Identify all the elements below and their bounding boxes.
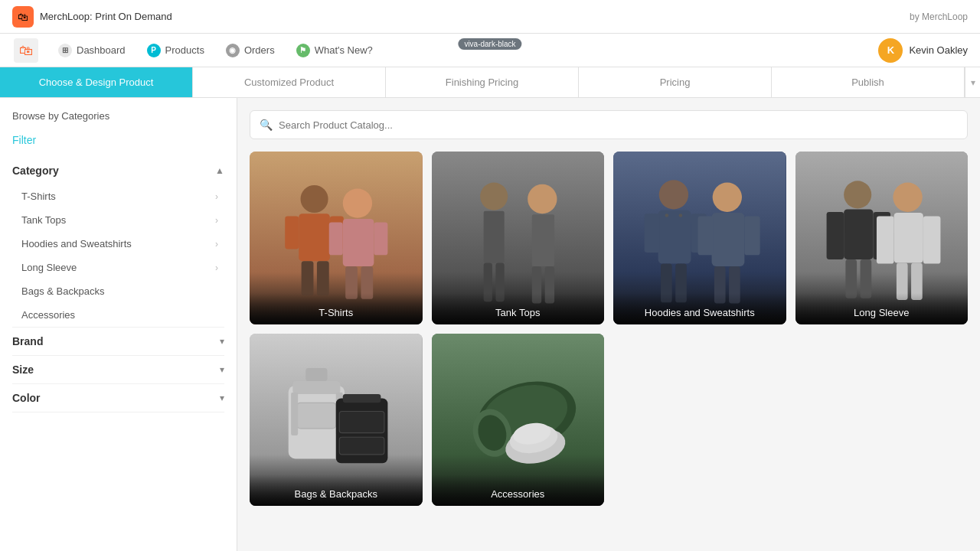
card-label-bags: Bags & Backpacks bbox=[250, 474, 423, 506]
svg-rect-5 bbox=[299, 214, 330, 261]
card-label-tank-tops: Tank Tops bbox=[432, 293, 605, 324]
product-card-accessories[interactable]: Accessories bbox=[432, 334, 605, 507]
svg-rect-58 bbox=[291, 392, 298, 435]
svg-rect-61 bbox=[343, 393, 381, 402]
filter-item-hoodies[interactable]: Hoodies and Sweatshirts › bbox=[12, 232, 224, 256]
app-branding: 🛍 MerchLoop: Print On Demand bbox=[12, 6, 172, 28]
step-customized-product[interactable]: Customized Product bbox=[193, 67, 386, 97]
app-byline: by MerchLoop bbox=[910, 11, 968, 22]
nav-item-orders[interactable]: ◉ Orders bbox=[217, 39, 284, 62]
product-card-long-sleeve[interactable]: Long Sleeve bbox=[795, 152, 969, 324]
step-publish[interactable]: Publish bbox=[772, 67, 965, 97]
product-card-t-shirts[interactable]: T-Shirts bbox=[250, 152, 423, 324]
filter-label: Filter bbox=[12, 134, 224, 146]
search-input[interactable] bbox=[279, 119, 958, 131]
products-icon: P bbox=[147, 44, 161, 57]
nav-right: K Kevin Oakley bbox=[878, 38, 968, 63]
svg-point-33 bbox=[679, 214, 683, 217]
filter-section-category: Category ▲ T-Shirts › Tank Tops › Hoodie… bbox=[12, 157, 224, 328]
product-card-tank-tops[interactable]: Tank Tops bbox=[432, 152, 605, 324]
svg-point-34 bbox=[713, 183, 742, 212]
svg-point-41 bbox=[844, 181, 871, 208]
filter-item-long-sleeve[interactable]: Long Sleeve › bbox=[12, 256, 224, 279]
size-chevron: ▾ bbox=[220, 364, 224, 375]
card-label-long-sleeve: Long Sleeve bbox=[795, 293, 969, 324]
svg-point-4 bbox=[301, 185, 328, 213]
svg-rect-28 bbox=[645, 214, 660, 253]
filter-section-brand: Brand ▾ bbox=[12, 328, 224, 356]
chevron-right-icon: › bbox=[215, 191, 218, 202]
app-icon: 🛍 bbox=[12, 6, 34, 28]
svg-point-21 bbox=[528, 184, 557, 214]
step-pricing[interactable]: Pricing bbox=[579, 67, 772, 97]
brand-label: Brand bbox=[12, 335, 43, 347]
search-icon: 🔍 bbox=[260, 119, 273, 131]
app-title: MerchLoop: Print On Demand bbox=[40, 11, 172, 22]
filter-section-color: Color ▾ bbox=[12, 384, 224, 412]
svg-rect-49 bbox=[876, 217, 893, 264]
search-bar[interactable]: 🔍 bbox=[250, 110, 968, 139]
step-finishing-pricing[interactable]: Finishing Pricing bbox=[386, 67, 579, 97]
logo: 🛍 bbox=[12, 37, 40, 64]
whats-new-icon: ⚑ bbox=[296, 44, 310, 57]
chevron-right-icon: › bbox=[215, 262, 218, 273]
product-card-hoodies[interactable]: Hoodies and Sweatshirts bbox=[613, 152, 786, 324]
svg-rect-57 bbox=[297, 403, 336, 429]
svg-point-47 bbox=[893, 183, 922, 212]
chevron-right-icon: › bbox=[215, 239, 218, 249]
svg-rect-55 bbox=[292, 381, 340, 394]
product-area: 🔍 bbox=[237, 98, 980, 551]
svg-text:🛍: 🛍 bbox=[19, 43, 33, 58]
svg-point-10 bbox=[343, 188, 372, 217]
filter-header-category[interactable]: Category ▲ bbox=[12, 157, 224, 184]
nav-item-products[interactable]: P Products bbox=[138, 39, 214, 62]
nav-label-whats-new: What's New? bbox=[315, 44, 373, 56]
filter-item-accessories[interactable]: Accessories bbox=[12, 303, 224, 327]
svg-rect-6 bbox=[285, 217, 299, 249]
product-card-bags[interactable]: Bags & Backpacks bbox=[250, 334, 423, 507]
svg-rect-36 bbox=[697, 217, 713, 256]
chevron-right-icon: › bbox=[215, 215, 218, 226]
steps-bar: Choose & Design Product Customized Produ… bbox=[0, 67, 980, 98]
category-items: T-Shirts › Tank Tops › Hoodies and Sweat… bbox=[12, 184, 224, 327]
filter-header-brand[interactable]: Brand ▾ bbox=[12, 328, 224, 355]
svg-point-26 bbox=[659, 180, 688, 209]
svg-rect-42 bbox=[844, 210, 873, 259]
nav-label-products: Products bbox=[165, 44, 204, 56]
size-label: Size bbox=[12, 364, 34, 376]
nav-item-dashboard[interactable]: ⊞ Dashboard bbox=[49, 39, 135, 62]
user-avatar[interactable]: K bbox=[878, 38, 903, 63]
nav-badge: viva-dark-black bbox=[458, 38, 521, 50]
card-label-t-shirts: T-Shirts bbox=[250, 293, 423, 324]
svg-rect-13 bbox=[374, 222, 387, 255]
category-chevron-up: ▲ bbox=[215, 165, 224, 176]
svg-rect-62 bbox=[339, 411, 384, 432]
filter-item-bags[interactable]: Bags & Backpacks bbox=[12, 279, 224, 303]
steps-scroll[interactable]: ▾ bbox=[965, 67, 980, 97]
svg-rect-11 bbox=[343, 219, 374, 266]
filter-header-size[interactable]: Size ▾ bbox=[12, 356, 224, 383]
product-grid-row2: Bags & Backpacks bbox=[250, 334, 968, 507]
svg-rect-22 bbox=[531, 214, 554, 266]
nav-left: 🛍 ⊞ Dashboard P Products ◉ Orders ⚑ What… bbox=[12, 37, 382, 64]
svg-rect-48 bbox=[893, 213, 923, 262]
filter-header-color[interactable]: Color ▾ bbox=[12, 384, 224, 412]
svg-rect-27 bbox=[658, 210, 691, 264]
filter-item-t-shirts[interactable]: T-Shirts › bbox=[12, 184, 224, 208]
category-label: Category bbox=[12, 165, 59, 177]
svg-rect-63 bbox=[339, 437, 384, 455]
svg-rect-56 bbox=[305, 368, 327, 381]
browse-title: Browse by Categories bbox=[12, 110, 224, 122]
color-chevron: ▾ bbox=[220, 393, 224, 403]
product-grid-row1: T-Shirts bbox=[250, 152, 968, 324]
card-label-hoodies: Hoodies and Sweatshirts bbox=[613, 293, 786, 324]
svg-rect-12 bbox=[329, 222, 343, 255]
nav-item-whats-new[interactable]: ⚑ What's New? bbox=[287, 39, 382, 62]
step-choose-design[interactable]: Choose & Design Product bbox=[0, 67, 193, 97]
filter-item-tank-tops[interactable]: Tank Tops › bbox=[12, 208, 224, 232]
filter-section-size: Size ▾ bbox=[12, 356, 224, 384]
svg-rect-8 bbox=[302, 261, 314, 295]
sidebar: Browse by Categories Filter Category ▲ T… bbox=[0, 98, 237, 551]
svg-rect-35 bbox=[712, 213, 745, 266]
svg-rect-37 bbox=[744, 217, 760, 256]
